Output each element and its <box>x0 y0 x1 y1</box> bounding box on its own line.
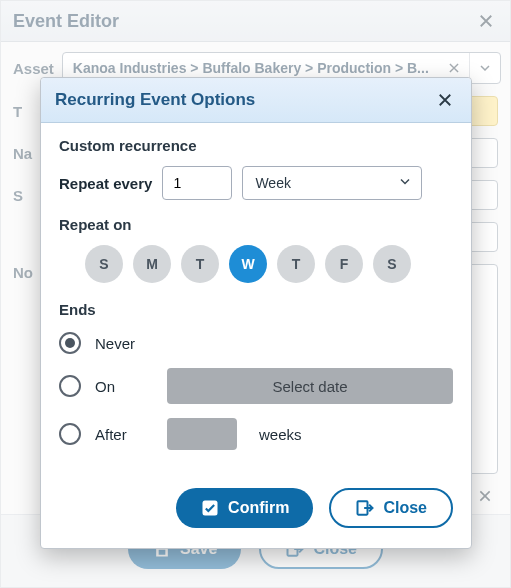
day-toggle-2[interactable]: T <box>181 245 219 283</box>
radio-never[interactable] <box>59 332 81 354</box>
day-toggle-1[interactable]: M <box>133 245 171 283</box>
close-icon <box>436 91 454 109</box>
day-toggle-0[interactable]: S <box>85 245 123 283</box>
confirm-button-label: Confirm <box>228 499 289 517</box>
ends-never-label: Never <box>95 335 153 352</box>
repeat-on-heading: Repeat on <box>59 216 453 233</box>
exit-icon <box>355 498 375 518</box>
modal-title: Recurring Event Options <box>55 90 255 110</box>
repeat-unit-select[interactable]: Week <box>242 166 422 200</box>
modal-close-footer-label: Close <box>383 499 427 517</box>
custom-recurrence-heading: Custom recurrence <box>59 137 453 154</box>
ends-heading: Ends <box>59 301 453 318</box>
check-icon <box>200 498 220 518</box>
ends-option-after[interactable]: After weeks <box>59 418 453 450</box>
ends-options: Never On Select date After weeks <box>59 332 453 450</box>
confirm-button[interactable]: Confirm <box>176 488 313 528</box>
repeat-unit-value: Week <box>255 175 291 191</box>
modal-close-footer-button[interactable]: Close <box>329 488 453 528</box>
ends-after-count-input[interactable] <box>167 418 237 450</box>
modal-body: Custom recurrence Repeat every Week Repe… <box>41 123 471 482</box>
ends-option-never[interactable]: Never <box>59 332 453 354</box>
ends-after-label: After <box>95 426 153 443</box>
ends-on-label: On <box>95 378 153 395</box>
modal-close-button[interactable] <box>433 88 457 112</box>
repeat-count-input[interactable] <box>162 166 232 200</box>
day-toggle-3[interactable]: W <box>229 245 267 283</box>
radio-on[interactable] <box>59 375 81 397</box>
repeat-every-row: Repeat every Week <box>59 166 453 200</box>
day-toggle-4[interactable]: T <box>277 245 315 283</box>
day-toggle-5[interactable]: F <box>325 245 363 283</box>
modal-footer: Confirm Close <box>41 482 471 548</box>
modal-header: Recurring Event Options <box>41 78 471 123</box>
ends-after-unit-label: weeks <box>259 426 302 443</box>
ends-on-date-input[interactable]: Select date <box>167 368 453 404</box>
repeat-every-label: Repeat every <box>59 175 152 192</box>
radio-after[interactable] <box>59 423 81 445</box>
day-toggle-6[interactable]: S <box>373 245 411 283</box>
recurring-event-modal: Recurring Event Options Custom recurrenc… <box>40 77 472 549</box>
ends-option-on[interactable]: On Select date <box>59 368 453 404</box>
days-of-week-row: SMTWTFS <box>59 245 453 283</box>
chevron-down-icon <box>397 174 413 193</box>
